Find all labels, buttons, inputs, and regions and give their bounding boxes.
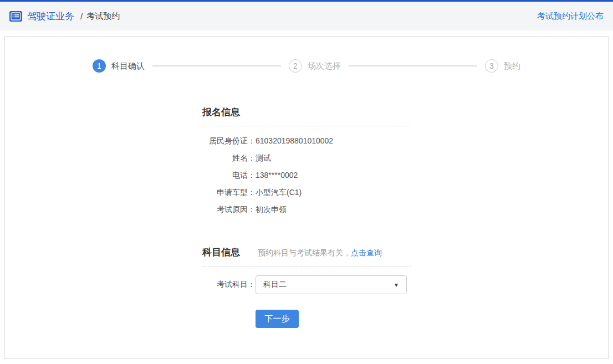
step-connector — [349, 65, 477, 66]
step-1-circle: 1 — [93, 59, 106, 73]
field-row-vehicle-type: 申请车型： 小型汽车(C1) — [202, 184, 411, 201]
exam-subject-selected-value: 科目二 — [263, 280, 287, 290]
field-label: 姓名： — [202, 150, 256, 167]
step-session-select: 2 场次选择 — [289, 59, 341, 73]
exam-subject-label: 考试科目： — [202, 280, 256, 290]
license-business-icon — [9, 11, 22, 22]
step-1-label: 科目确认 — [111, 61, 145, 71]
field-label: 电话： — [202, 167, 256, 184]
query-result-link[interactable]: 点击查询 — [351, 248, 382, 257]
field-value: 610320198801010002 — [256, 132, 333, 150]
field-label: 申请车型： — [202, 184, 256, 201]
signup-fields: 居民身份证： 610320198801010002 姓名： 测试 电话： 138… — [202, 132, 411, 218]
field-value: 初次申领 — [256, 201, 287, 218]
field-label: 居民身份证： — [202, 132, 256, 150]
next-step-button[interactable]: 下一步 — [256, 310, 299, 328]
field-row-exam-reason: 考试原因： 初次申领 — [202, 201, 411, 218]
step-reserve: 3 预约 — [485, 59, 520, 73]
form-column: 报名信息 居民身份证： 610320198801010002 姓名： 测试 电话… — [202, 106, 411, 328]
subject-hint-text: 预约科目与考试结果有关， — [258, 248, 351, 257]
chevron-down-icon: ▼ — [394, 282, 399, 288]
main-content-panel: 1 科目确认 2 场次选择 3 预约 报名信息 居民身份证： 610320198… — [4, 36, 609, 359]
breadcrumb: 驾驶证业务 / 考试预约 — [9, 10, 120, 23]
field-row-id-card: 居民身份证： 610320198801010002 — [202, 132, 411, 150]
exam-subject-select[interactable]: 科目二 ▼ — [256, 275, 407, 294]
step-3-circle: 3 — [485, 59, 498, 73]
field-value: 小型汽车(C1) — [256, 184, 302, 201]
header: 驾驶证业务 / 考试预约 考试预约计划公布 — [0, 2, 613, 30]
signup-section-title: 报名信息 — [202, 106, 240, 119]
dashed-divider — [202, 266, 411, 266]
subject-hint: 预约科目与考试结果有关，点击查询 — [258, 248, 382, 258]
dashed-divider — [202, 126, 411, 126]
step-2-label: 场次选择 — [308, 61, 341, 71]
step-subject-confirm: 1 科目确认 — [93, 59, 145, 73]
step-2-circle: 2 — [289, 59, 302, 73]
breadcrumb-separator: / — [80, 12, 83, 21]
field-label: 考试原因： — [202, 201, 256, 218]
exam-subject-row: 考试科目： 科目二 ▼ — [202, 275, 411, 294]
step-3-label: 预约 — [504, 61, 520, 71]
field-value: 测试 — [256, 150, 271, 167]
step-connector — [152, 65, 281, 66]
exam-plan-link[interactable]: 考试预约计划公布 — [537, 11, 604, 22]
field-value: 138****0002 — [256, 167, 298, 184]
breadcrumb-brand[interactable]: 驾驶证业务 — [27, 10, 74, 23]
subject-section-title: 科目信息 — [202, 246, 240, 259]
signup-section-header: 报名信息 — [202, 106, 411, 119]
field-row-phone: 电话： 138****0002 — [202, 167, 411, 184]
subject-section-header: 科目信息 预约科目与考试结果有关，点击查询 — [202, 246, 411, 259]
stepper: 1 科目确认 2 场次选择 3 预约 — [93, 59, 520, 73]
breadcrumb-current-page: 考试预约 — [86, 11, 120, 22]
field-row-name: 姓名： 测试 — [202, 150, 411, 167]
